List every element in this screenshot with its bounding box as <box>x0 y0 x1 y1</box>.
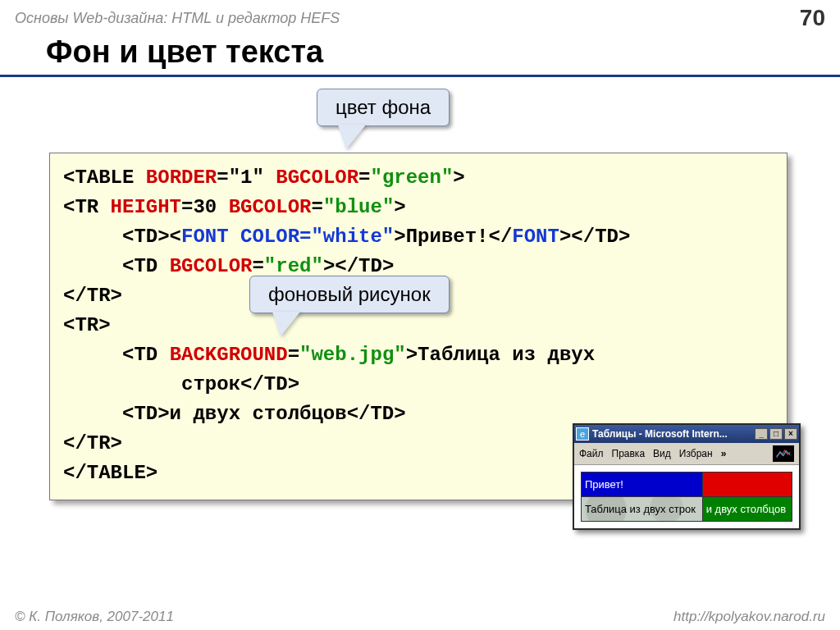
page-title: Фон и цвет текста <box>0 33 840 77</box>
callout-bg-color-tail <box>338 125 366 149</box>
slide-footer: © К. Поляков, 2007-2011 http://kpolyakov… <box>0 604 840 630</box>
callout-bg-color: цвет фона <box>317 89 450 126</box>
minimize-button[interactable]: _ <box>755 428 768 440</box>
callout-bg-image-tail <box>272 312 300 336</box>
cell-blue: Привет! <box>582 472 703 497</box>
cell-red <box>702 472 792 497</box>
table-row: Привет! <box>582 472 792 497</box>
menu-fav[interactable]: Избран <box>679 448 713 459</box>
copyright: © К. Поляков, 2007-2011 <box>15 609 174 625</box>
callout-bg-image: фоновый рисунок <box>249 276 450 313</box>
browser-menubar: Файл Правка Вид Избран » <box>574 443 799 465</box>
cell-bgimage: Таблица из двух строк <box>582 497 703 522</box>
menu-view[interactable]: Вид <box>653 448 671 459</box>
browser-titlebar: e Таблицы - Microsoft Intern... _ □ × <box>574 425 799 443</box>
page-number: 70 <box>800 5 825 31</box>
browser-title: Таблицы - Microsoft Intern... <box>592 428 753 440</box>
demo-table: Привет! Таблица из двух строк и двух сто… <box>581 472 792 522</box>
slide-header: Основы Web-дизайна: HTML и редактор HEFS… <box>0 0 840 33</box>
menu-edit[interactable]: Правка <box>612 448 646 459</box>
table-row: Таблица из двух строк и двух столбцов <box>582 497 792 522</box>
footer-url: http://kpolyakov.narod.ru <box>673 609 825 625</box>
menu-more[interactable]: » <box>721 448 727 459</box>
menu-file[interactable]: Файл <box>579 448 604 459</box>
browser-window: e Таблицы - Microsoft Intern... _ □ × Фа… <box>573 423 801 530</box>
close-button[interactable]: × <box>784 428 797 440</box>
ie-logo <box>773 445 794 462</box>
subject-line: Основы Web-дизайна: HTML и редактор HEFS <box>15 10 340 27</box>
ie-icon: e <box>576 427 589 441</box>
browser-content: Привет! Таблица из двух строк и двух сто… <box>574 465 799 528</box>
cell-green: и двух столбцов <box>702 497 792 522</box>
maximize-button[interactable]: □ <box>769 428 783 440</box>
